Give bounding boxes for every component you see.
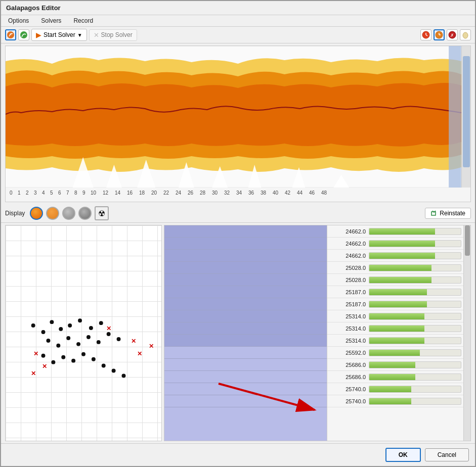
value-row[interactable]: 25028.0 — [327, 262, 463, 274]
svg-point-48 — [81, 352, 85, 356]
value-row[interactable]: 25187.0 — [327, 298, 463, 310]
svg-point-1 — [10, 33, 12, 35]
svg-text:✕: ✕ — [149, 343, 154, 350]
value-bar — [369, 398, 411, 404]
gene-row[interactable] — [164, 347, 327, 359]
value-row[interactable]: 25740.0 — [327, 395, 463, 407]
value-bar — [369, 289, 427, 295]
svg-text:✕: ✕ — [131, 338, 136, 345]
gene-row[interactable] — [164, 395, 327, 407]
svg-point-39 — [76, 342, 80, 346]
value-bar — [369, 241, 435, 247]
value-row[interactable]: 25028.0 — [327, 274, 463, 286]
value-row[interactable]: 25314.0 — [327, 322, 463, 335]
gene-row[interactable] — [164, 286, 327, 298]
value-row[interactable]: 25686.0 — [327, 359, 463, 371]
value-row[interactable]: 25187.0 — [327, 286, 463, 298]
value-bar — [369, 386, 411, 392]
gene-row[interactable] — [164, 310, 327, 322]
svg-text:✕: ✕ — [31, 370, 36, 377]
display-btn-orange1[interactable] — [30, 207, 43, 220]
svg-text:✗: ✗ — [450, 33, 454, 38]
reinstate-label: Reinstate — [440, 210, 465, 217]
toolbar: ▶ Start Solver ▼ ✕ Stop Solver — [1, 27, 475, 43]
gene-row[interactable] — [164, 335, 327, 347]
value-label: 25592.0 — [329, 350, 366, 356]
reinstate-button[interactable]: Reinstate — [425, 208, 471, 219]
svg-point-50 — [102, 364, 106, 368]
gene-row[interactable] — [164, 322, 327, 335]
chart-scrollbar-thumb[interactable] — [463, 56, 470, 167]
list-scrollbar[interactable] — [463, 225, 470, 441]
value-bar — [369, 374, 415, 380]
value-row[interactable]: 24662.0 — [327, 238, 463, 250]
gene-row[interactable] — [164, 274, 327, 286]
value-label: 25314.0 — [329, 313, 366, 319]
value-bar-container — [369, 264, 461, 271]
bottom-bar: OK Cancel — [1, 443, 475, 466]
svg-text:✕: ✕ — [33, 350, 38, 357]
gene-row[interactable] — [164, 359, 327, 371]
value-row[interactable]: 25592.0 — [327, 347, 463, 359]
stop-solver-label: Stop Solver — [101, 31, 133, 38]
value-row[interactable]: 24662.0 — [327, 250, 463, 262]
value-label: 24662.0 — [329, 253, 366, 259]
gene-row[interactable] — [164, 298, 327, 310]
svg-point-46 — [61, 355, 65, 359]
value-row[interactable]: 25314.0 — [327, 335, 463, 347]
gene-row[interactable] — [164, 371, 327, 383]
chart-scrollbar[interactable] — [461, 46, 470, 188]
dropdown-arrow-icon: ▼ — [77, 32, 82, 38]
value-row[interactable]: 25740.0 — [327, 383, 463, 395]
gene-row[interactable] — [164, 225, 327, 238]
ok-button[interactable]: OK — [385, 448, 421, 462]
menu-record[interactable]: Record — [69, 16, 97, 25]
value-label: 25028.0 — [329, 277, 366, 283]
display-btn-gray2[interactable] — [78, 207, 92, 220]
start-solver-label: Start Solver — [44, 31, 75, 38]
value-label: 25314.0 — [329, 325, 366, 332]
value-label: 25187.0 — [329, 301, 366, 307]
reinstate-icon — [430, 210, 438, 217]
toolbar-icon-plant[interactable] — [5, 29, 16, 40]
start-solver-button[interactable]: ▶ Start Solver ▼ — [31, 29, 87, 41]
cancel-button[interactable]: Cancel — [425, 448, 469, 461]
svg-point-31 — [59, 327, 63, 331]
value-bar — [369, 350, 420, 356]
value-row[interactable]: 25314.0 — [327, 310, 463, 322]
svg-point-49 — [92, 357, 96, 361]
toolbar-icon-clock[interactable] — [420, 29, 431, 40]
gene-list[interactable] — [164, 225, 327, 441]
menu-solvers[interactable]: Solvers — [37, 16, 65, 25]
list-scrollbar-thumb[interactable] — [465, 225, 470, 256]
menu-options[interactable]: Options — [4, 16, 33, 25]
toolbar-icon-egg[interactable] — [460, 29, 471, 40]
display-label: Display — [5, 210, 25, 217]
svg-rect-26 — [449, 46, 461, 188]
value-row[interactable]: 24662.0 — [327, 225, 463, 238]
stop-solver-button[interactable]: ✕ Stop Solver — [89, 29, 137, 41]
toolbar-icon-red-circle[interactable]: ✗ — [447, 29, 458, 40]
value-row[interactable]: 25686.0 — [327, 371, 463, 383]
svg-point-2 — [20, 31, 27, 38]
dot-canvas-svg: ✕ ✕ ✕ ✕ ✕ ✕ ✕ — [6, 225, 161, 441]
gene-row[interactable] — [164, 262, 327, 274]
value-bar-container — [369, 361, 461, 368]
toolbar-icon-green[interactable] — [18, 29, 29, 40]
gene-row[interactable] — [164, 250, 327, 262]
left-panel: ✕ ✕ ✕ ✕ ✕ ✕ ✕ — [5, 225, 162, 441]
svg-point-36 — [46, 339, 50, 343]
svg-point-29 — [41, 330, 46, 334]
toolbar-icon-orange-clock[interactable] — [434, 29, 445, 40]
gene-row[interactable] — [164, 383, 327, 395]
display-btn-orange2[interactable] — [46, 207, 59, 220]
svg-point-43 — [117, 337, 121, 341]
main-window: Galapagos Editor Options Solvers Record … — [0, 0, 476, 467]
display-btn-radiation[interactable]: ☢ — [95, 206, 109, 220]
gene-row[interactable] — [164, 238, 327, 250]
display-btn-gray1[interactable] — [62, 207, 75, 220]
title-bar: Galapagos Editor — [1, 1, 475, 15]
value-bar-container — [369, 240, 461, 247]
value-label: 25187.0 — [329, 289, 366, 295]
value-label: 25740.0 — [329, 398, 366, 404]
